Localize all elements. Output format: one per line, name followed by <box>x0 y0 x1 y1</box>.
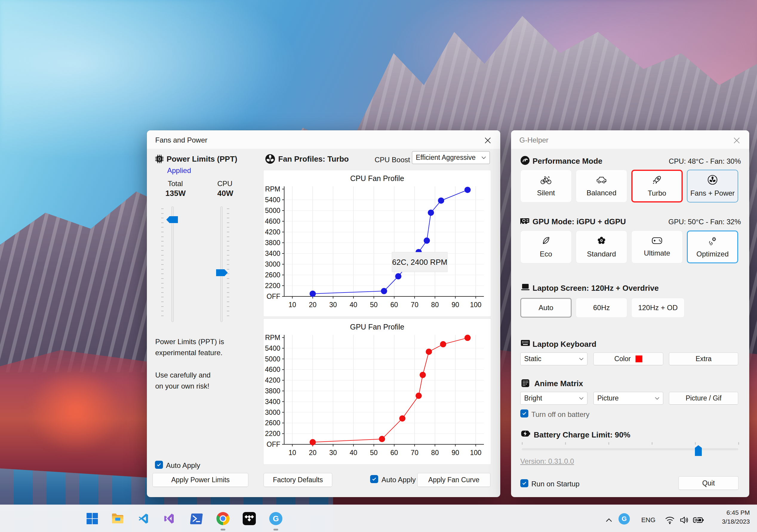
run-on-startup-checkbox[interactable] <box>520 479 528 487</box>
anime-brightness-select[interactable]: Bright <box>520 392 588 405</box>
keyboard-color-label: Color <box>614 355 631 363</box>
volume-icon[interactable] <box>678 514 690 526</box>
tray-language-indicator[interactable]: ENG <box>639 515 658 525</box>
tray-g-helper-icon[interactable]: G <box>619 513 630 524</box>
start-button[interactable] <box>85 512 99 526</box>
tray-chevron-up-icon[interactable] <box>604 515 614 525</box>
auto-apply-fan-checkbox[interactable] <box>370 475 378 483</box>
keyboard-mode-select[interactable]: Static <box>520 352 588 365</box>
gpu-temp-fan-status: GPU: 50°C - Fan: 32% <box>668 218 741 226</box>
chrome-icon[interactable] <box>216 512 230 526</box>
cpu-power-slider[interactable] <box>220 206 223 322</box>
battery-bolt-icon <box>520 429 530 440</box>
screen-120hz-od-button[interactable]: 120Hz + OD <box>631 298 684 318</box>
svg-text:GPU Fan Profile: GPU Fan Profile <box>350 323 404 331</box>
auto-apply-fan-label: Auto Apply <box>381 476 416 484</box>
cpu-slider-label: CPU <box>217 180 232 188</box>
gpu-mode-heading: GPU Mode: iGPU + dGPU <box>532 217 626 226</box>
mode-button-label: Balanced <box>587 189 617 197</box>
factory-defaults-button[interactable]: Factory Defaults <box>263 473 332 487</box>
close-icon[interactable] <box>482 135 493 146</box>
perf-mode-turbo-button[interactable]: Turbo <box>631 170 683 203</box>
gpu-mode-eco-button[interactable]: Eco <box>520 231 572 263</box>
rocket-icon <box>652 175 662 186</box>
close-icon[interactable] <box>731 135 742 146</box>
car-icon <box>596 175 607 186</box>
taskbar-clock[interactable]: 6:45 PM 3/18/2023 <box>722 508 750 526</box>
cpu-fan-chart[interactable]: CPU Fan ProfileOFF2200260030003400380042… <box>263 170 491 317</box>
chip-icon <box>155 154 164 165</box>
vscode-icon[interactable] <box>136 512 151 526</box>
svg-text:70: 70 <box>411 301 418 309</box>
version-link[interactable]: Version: 0.31.0.0 <box>520 457 574 465</box>
bicycle-icon <box>540 175 552 186</box>
keyboard-icon <box>520 339 530 349</box>
tidal-icon[interactable] <box>242 512 257 526</box>
svg-text:4600: 4600 <box>265 217 280 225</box>
check-icon <box>372 477 377 481</box>
mode-button-label: Eco <box>540 250 552 258</box>
battery-slider-thumb[interactable] <box>695 445 702 456</box>
gpu-fan-chart[interactable]: GPU Fan ProfileOFF2200260030003400380042… <box>263 319 491 464</box>
screen-auto-button[interactable]: Auto <box>520 298 572 318</box>
g-helper-taskbar-icon[interactable]: G <box>269 512 283 526</box>
total-slider-thumb[interactable] <box>166 216 178 223</box>
svg-text:100: 100 <box>470 449 481 457</box>
battery-slider-track[interactable] <box>522 448 738 450</box>
cpu-boost-select[interactable]: Efficient Aggressive <box>412 151 490 164</box>
cpu-boost-value: Efficient Aggressive <box>416 154 481 162</box>
svg-text:80: 80 <box>431 449 439 457</box>
turn-off-on-battery-checkbox[interactable] <box>520 409 528 417</box>
running-indicator <box>273 529 278 530</box>
svg-text:90: 90 <box>452 301 459 309</box>
perf-mode-balanced-button[interactable]: Balanced <box>576 170 627 203</box>
gpu-mode-ultimate-button[interactable]: Ultimate <box>631 231 683 263</box>
keyboard-extra-button[interactable]: Extra <box>669 352 738 365</box>
fan-icon <box>708 175 717 186</box>
perf-mode-silent-button[interactable]: Silent <box>520 170 572 203</box>
svg-text:30: 30 <box>329 301 337 309</box>
laptop-icon <box>520 283 530 294</box>
total-power-slider[interactable] <box>171 206 174 322</box>
wifi-icon[interactable] <box>664 514 676 526</box>
svg-text:50: 50 <box>370 449 378 457</box>
running-indicator <box>221 529 226 530</box>
svg-text:10: 10 <box>288 449 296 457</box>
fan-icon <box>265 154 275 166</box>
gpu-card-icon <box>520 216 530 227</box>
cpu-slider-track[interactable] <box>220 206 223 322</box>
total-slider-label: Total <box>168 180 183 188</box>
gpu-mode-optimized-button[interactable]: Optimized <box>687 231 738 263</box>
apply-power-limits-button[interactable]: Apply Power Limits <box>153 473 248 487</box>
sparkle-gear-icon <box>707 236 718 247</box>
total-watts-value: 135W <box>166 189 186 198</box>
quit-button[interactable]: Quit <box>679 476 739 490</box>
anime-mode-select[interactable]: Picture <box>593 392 663 405</box>
keyboard-color-button[interactable]: Color <box>593 352 663 365</box>
battery-charge-slider[interactable] <box>522 445 738 456</box>
svg-text:80: 80 <box>431 301 439 309</box>
auto-apply-power-label: Auto Apply <box>166 461 200 470</box>
svg-text:4200: 4200 <box>265 376 280 384</box>
total-slider-track[interactable] <box>171 206 174 322</box>
file-explorer-icon[interactable] <box>110 512 125 526</box>
gamepad-icon <box>651 237 663 246</box>
svg-text:40: 40 <box>349 449 357 457</box>
powershell-icon[interactable] <box>189 512 203 526</box>
apply-fan-curve-button[interactable]: Apply Fan Curve <box>417 473 491 487</box>
svg-text:RPM: RPM <box>265 334 280 342</box>
battery-charging-icon[interactable] <box>692 514 705 526</box>
cpu-slider-thumb[interactable] <box>216 269 228 276</box>
mode-button-label: Fans + Power <box>690 189 735 197</box>
svg-text:30: 30 <box>329 449 337 457</box>
anime-brightness-value: Bright <box>524 394 579 402</box>
screen-60hz-button[interactable]: 60Hz <box>576 298 627 318</box>
anime-picture-gif-button[interactable]: Picture / Gif <box>669 392 738 405</box>
visual-studio-icon[interactable] <box>163 512 177 526</box>
fans-power-button[interactable]: Fans + Power <box>687 170 738 203</box>
auto-apply-power-checkbox[interactable] <box>155 461 163 469</box>
svg-text:2200: 2200 <box>265 282 280 290</box>
gpu-mode-standard-button[interactable]: Standard <box>576 231 627 263</box>
check-icon <box>522 481 527 485</box>
g-helper-window: G-Helper Performance Mode CPU: 48°C - Fa… <box>511 130 749 497</box>
